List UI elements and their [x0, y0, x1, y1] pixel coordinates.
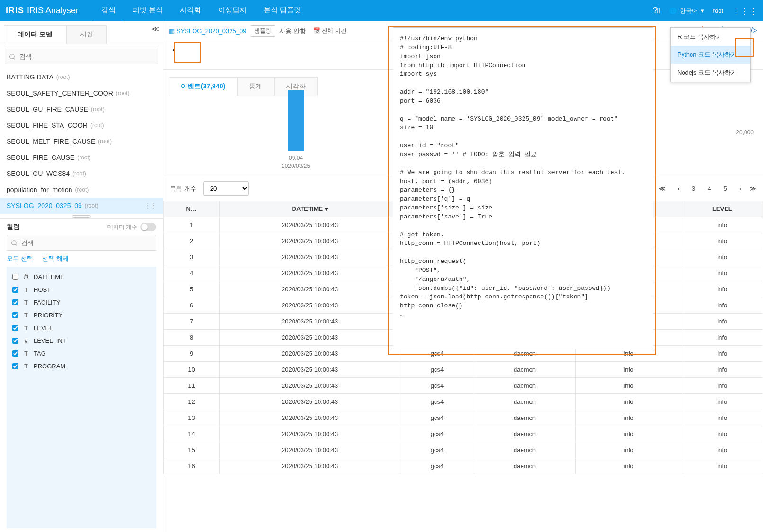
sidebar-tab[interactable]: 데이터 모델 — [4, 25, 66, 44]
model-badge[interactable]: ▦ SYSLOG_2020_0325_09 — [169, 27, 246, 35]
chart-y-tick: 20,000 — [736, 129, 754, 136]
column-item[interactable]: TFACILITY — [10, 296, 152, 309]
data-count-label: 데이터 개수 — [107, 223, 137, 231]
column-item[interactable]: #LEVEL_INT — [10, 334, 152, 347]
time-range-pill[interactable]: 📅 전체 시간 — [310, 26, 350, 36]
model-item[interactable]: SEOUL_FIRE_CAUSE(root) — [0, 149, 163, 166]
code-menu-item[interactable]: Python 코드 복사하기 — [671, 46, 750, 64]
page-first[interactable]: ≪ — [655, 183, 669, 194]
column-checkbox[interactable] — [12, 363, 18, 369]
table-row[interactable]: 112020/03/25 10:00:43gcs4daemoninfoinfo — [164, 378, 763, 394]
table-row[interactable]: 122020/03/25 10:00:43gcs4daemoninfoinfo — [164, 394, 763, 410]
code-menu-item[interactable]: R 코드 복사하기 — [671, 28, 750, 46]
column-checkbox[interactable] — [12, 312, 18, 318]
column-checkbox[interactable] — [12, 299, 18, 305]
help-icon[interactable]: ?⃝ — [653, 6, 661, 16]
type-icon: T — [22, 287, 30, 293]
page-size-label: 목록 개수 — [170, 184, 196, 193]
grip-icon[interactable]: ⋮⋮ — [145, 202, 156, 209]
column-item[interactable]: TLEVEL — [10, 322, 152, 334]
language-label: 한국어 — [680, 7, 698, 15]
model-search-input[interactable] — [5, 49, 158, 64]
language-selector[interactable]: 🌐 한국어 ▾ — [669, 7, 704, 15]
type-icon: T — [22, 299, 30, 306]
table-row[interactable]: 142020/03/25 10:00:43gcs4daemoninfoinfo — [164, 426, 763, 442]
table-row[interactable]: 132020/03/25 10:00:43gcs4daemoninfoinfo — [164, 410, 763, 426]
table-row[interactable]: 102020/03/25 10:00:43gcs4daemoninfoinfo — [164, 362, 763, 378]
sidebar: ≪ 데이터 모델시간 BATTING DATA(root)SEOUL_SAFET… — [0, 21, 163, 532]
column-checkbox[interactable] — [12, 274, 18, 280]
column-checkbox[interactable] — [12, 338, 18, 344]
model-list: BATTING DATA(root)SEOUL_SAFETY_CENTER_CO… — [0, 69, 163, 214]
nav-item[interactable]: 검색 — [93, 0, 124, 22]
main-nav: 검색피벗 분석시각화이상탐지분석 템플릿 — [93, 0, 310, 22]
nav-item[interactable]: 시각화 — [171, 0, 210, 22]
page-prev[interactable]: ‹ — [674, 183, 683, 194]
model-name-label: SYSLOG_2020_0325_09 — [177, 27, 246, 35]
type-icon: # — [22, 338, 30, 344]
model-item[interactable]: SEOUL_GU_WGS84(root) — [0, 166, 163, 182]
model-item[interactable]: SEOUL_FIRE_STA_COOR(root) — [0, 117, 163, 133]
table-header[interactable]: DATETIME ▾ — [220, 201, 400, 217]
result-tab[interactable]: 이벤트(37,940) — [169, 77, 237, 96]
chart-bar[interactable] — [288, 90, 304, 151]
table-row[interactable]: 152020/03/25 10:00:43gcs4daemoninfoinfo — [164, 442, 763, 458]
page-number[interactable]: 3 — [688, 183, 699, 194]
model-item[interactable]: population_for_motion(root) — [0, 182, 163, 198]
column-checkbox[interactable] — [12, 287, 18, 293]
apps-icon[interactable]: ⋮⋮⋮ — [732, 6, 757, 16]
logo-mark: IRIS — [6, 6, 24, 16]
model-icon: ▦ — [169, 27, 175, 35]
resize-handle[interactable] — [0, 214, 163, 218]
column-item[interactable]: ⏱DATETIME — [10, 270, 152, 283]
deselect-all-link[interactable]: 선택 해제 — [42, 255, 69, 262]
column-item[interactable]: TPROGRAM — [10, 360, 152, 373]
model-item[interactable]: SEOUL_GU_FIRE_CAUSE(root) — [0, 101, 163, 117]
model-item[interactable]: SYSLOG_2020_0325_09(root)⋮⋮ — [0, 198, 163, 214]
nav-item[interactable]: 분석 템플릿 — [255, 0, 310, 22]
column-list: ⏱DATETIMETHOSTTFACILITYTPRIORITYTLEVEL#L… — [7, 267, 156, 528]
type-icon: T — [22, 325, 30, 331]
page-size-select[interactable]: 20 — [203, 181, 249, 196]
sidebar-tab[interactable]: 시간 — [66, 25, 107, 44]
user-label[interactable]: root — [713, 7, 723, 14]
model-item[interactable]: SEOUL_SAFETY_CENTER_COOR(root) — [0, 85, 163, 101]
collapse-sidebar-icon[interactable]: ≪ — [152, 25, 159, 33]
logo-text: IRIS Analyser — [27, 6, 79, 16]
code-content[interactable]: #!/usr/bin/env python # coding:UTF-8 imp… — [400, 35, 646, 320]
column-item[interactable]: THOST — [10, 283, 152, 296]
page-next[interactable]: › — [736, 183, 745, 194]
column-section: 컬럼 데이터 개수 모두 선택 선택 해제 ⏱DATETIMETHOSTTFAC… — [0, 218, 163, 532]
column-item[interactable]: TTAG — [10, 347, 152, 360]
result-tab[interactable]: 통계 — [237, 77, 274, 96]
nav-item[interactable]: 이상탐지 — [210, 0, 255, 22]
type-icon: T — [22, 312, 30, 319]
type-icon: T — [22, 350, 30, 357]
table-header[interactable]: N… — [164, 201, 220, 217]
select-all-link[interactable]: 모두 선택 — [7, 255, 33, 262]
code-copy-menu: R 코드 복사하기Python 코드 복사하기Nodejs 코드 복사하기 — [670, 27, 751, 82]
model-item[interactable]: SEOUL_MELT_FIRE_CAUSE(root) — [0, 133, 163, 149]
data-count-toggle[interactable] — [140, 223, 156, 231]
page-number[interactable]: 5 — [719, 183, 730, 194]
code-menu-item[interactable]: Nodejs 코드 복사하기 — [671, 64, 750, 82]
column-item[interactable]: TPRIORITY — [10, 309, 152, 322]
sampling-pill[interactable]: 샘플링 — [250, 25, 275, 37]
chart-x-label: 09:04 2020/03/25 — [282, 154, 310, 170]
column-title: 컬럼 — [7, 223, 20, 231]
type-icon: ⏱ — [22, 274, 30, 280]
calendar-icon: 📅 — [313, 27, 320, 34]
sampling-value: 사용 안함 — [279, 27, 306, 35]
page-last[interactable]: ≫ — [750, 185, 756, 192]
column-checkbox[interactable] — [12, 350, 18, 357]
column-search-input[interactable] — [7, 235, 156, 251]
header-right: ?⃝ 🌐 한국어 ▾ root ⋮⋮⋮ — [653, 6, 757, 16]
table-row[interactable]: 162020/03/25 10:00:43gcs4daemoninfoinfo — [164, 458, 763, 474]
table-header[interactable]: LEVEL — [682, 201, 763, 217]
page-number[interactable]: 4 — [704, 183, 715, 194]
chevron-down-icon: ▾ — [701, 7, 704, 14]
nav-item[interactable]: 피벗 분석 — [124, 0, 171, 22]
model-item[interactable]: BATTING DATA(root) — [0, 69, 163, 85]
type-icon: T — [22, 363, 30, 370]
column-checkbox[interactable] — [12, 325, 18, 331]
